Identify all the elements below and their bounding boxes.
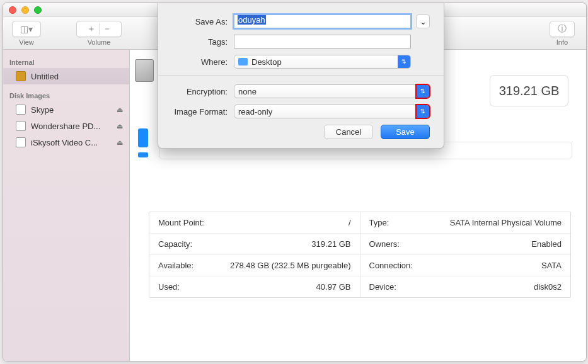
detail-row: Type:SATA Internal Physical Volume: [360, 212, 571, 234]
close-icon[interactable]: [9, 6, 16, 14]
info-icon: ⓘ: [555, 21, 570, 37]
divider: [158, 75, 444, 76]
sidebar-item-skype[interactable]: Skype ⏏: [3, 101, 129, 118]
detail-row: Connection:SATA: [360, 255, 571, 276]
disk-image-icon: [16, 137, 26, 147]
encryption-label: Encryption:: [172, 87, 228, 96]
detail-row: Mount Point:/: [149, 212, 360, 234]
save-as-label: Save As:: [172, 17, 228, 26]
save-sheet: Save As: oduyah ⌄ Tags: Where: Desktop ⇅…: [158, 3, 444, 149]
cancel-button[interactable]: Cancel: [324, 125, 373, 139]
sidebar-item-iskysoft[interactable]: iSkysoft Video C... ⏏: [3, 134, 129, 151]
save-as-input[interactable]: oduyah: [234, 14, 411, 28]
expand-button[interactable]: ⌄: [416, 14, 430, 28]
detail-row: Available:278.48 GB (232.5 MB purgeable): [149, 255, 360, 276]
app-window: Disk Utility ◫▾ View ＋ － Volume 🩺First A…: [3, 3, 587, 361]
sidebar: Internal Untitled Disk Images Skype ⏏ Wo…: [3, 50, 130, 361]
details-panel: Mount Point:/ Capacity:319.21 GB Availab…: [149, 212, 571, 298]
where-popup[interactable]: Desktop ⇅: [234, 55, 411, 69]
detail-row: Device:disk0s2: [360, 276, 571, 297]
disk-icon: [16, 71, 26, 81]
volume-add-icon: ＋: [84, 21, 99, 37]
where-label: Where:: [172, 57, 228, 67]
eject-icon[interactable]: ⏏: [117, 122, 123, 130]
hd-icon: [135, 59, 154, 82]
details-left: Mount Point:/ Capacity:319.21 GB Availab…: [149, 212, 360, 297]
dropdown-arrows-icon: ⇅: [417, 105, 429, 118]
usage-legend: [138, 128, 148, 157]
sidebar-section-internal: Internal: [3, 55, 129, 68]
minimize-icon[interactable]: [21, 6, 29, 14]
disk-image-icon: [16, 121, 26, 131]
dropdown-arrows-icon: ⇅: [417, 85, 429, 98]
save-button[interactable]: Save: [381, 125, 430, 139]
toolbar-view[interactable]: ◫▾ View: [12, 21, 41, 46]
chevron-down-icon: ⌄: [420, 17, 427, 26]
details-right: Type:SATA Internal Physical Volume Owner…: [360, 212, 571, 297]
tags-input[interactable]: [234, 35, 411, 48]
sidebar-icon: ◫▾: [19, 21, 34, 37]
traffic-lights: [9, 6, 42, 14]
toolbar-info[interactable]: ⓘ Info: [550, 21, 575, 46]
detail-row: Owners:Enabled: [360, 234, 571, 255]
capacity-box: 319.21 GB: [490, 75, 568, 106]
eject-icon[interactable]: ⏏: [117, 139, 123, 147]
sidebar-item-untitled[interactable]: Untitled: [3, 68, 129, 84]
disk-image-icon: [16, 105, 26, 115]
dropdown-arrows-icon: ⇅: [398, 55, 410, 68]
detail-row: Used:40.97 GB: [149, 276, 360, 297]
sidebar-item-wondershare[interactable]: Wondershare PD... ⏏: [3, 118, 129, 134]
detail-row: Capacity:319.21 GB: [149, 234, 360, 255]
volume-hero: [135, 59, 155, 147]
sidebar-section-disk-images: Disk Images: [3, 88, 129, 101]
tags-label: Tags:: [172, 37, 228, 47]
toolbar-volume[interactable]: ＋ － Volume: [76, 21, 122, 46]
volume-remove-icon: －: [100, 21, 115, 37]
folder-icon: [238, 58, 248, 65]
zoom-icon[interactable]: [34, 6, 42, 14]
encryption-popup[interactable]: none ⇅: [234, 84, 430, 98]
image-format-popup[interactable]: read-only ⇅: [234, 105, 430, 118]
eject-icon[interactable]: ⏏: [117, 106, 123, 114]
image-format-label: Image Format:: [172, 107, 228, 117]
